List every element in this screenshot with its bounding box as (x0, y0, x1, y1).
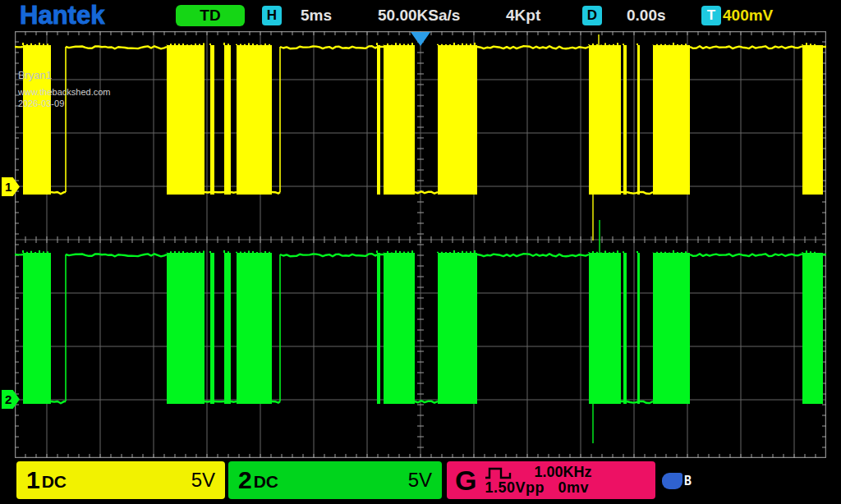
signal-generator-box[interactable]: G 1.00KHz 1.50Vpp 0mv (447, 461, 655, 499)
waveform-display: Bryan1 www.thebackshed.com 2026-03-09 (15, 31, 826, 458)
channel1-volts-div: 5V (191, 469, 215, 492)
horizontal-timebase-icon[interactable]: H (262, 6, 282, 25)
top-status-bar: Hantek TD H 5ms 50.00KSa/s 4Kpt D 0.00s … (0, 0, 841, 31)
hantek-logo: Hantek (20, 1, 104, 30)
square-wave-icon (485, 466, 512, 479)
usb-device-icon (662, 473, 682, 489)
overlay-website: www.thebackshed.com (18, 87, 111, 97)
trigger-icon[interactable]: T (701, 6, 721, 25)
trigger-status-badge[interactable]: TD (176, 5, 245, 26)
channel2-settings-box[interactable]: 2 DC 5V (228, 461, 442, 499)
timebase-readout: 5ms (301, 7, 332, 25)
generator-label: G (455, 465, 476, 497)
delay-icon[interactable]: D (582, 6, 602, 25)
channel2-number: 2 (238, 466, 252, 494)
overlay-username: Bryan1 (18, 69, 111, 81)
overlay-date: 2026-03-09 (18, 99, 111, 108)
channel1-settings-box[interactable]: 1 DC 5V (16, 461, 225, 499)
channel1-coupling: DC (42, 472, 67, 492)
memory-depth-readout: 4Kpt (506, 7, 540, 25)
generator-frequency: 1.00KHz (534, 465, 591, 480)
channel1-number: 1 (26, 466, 40, 494)
generator-offset: 0mv (558, 479, 590, 496)
bottom-status-bar: 1 DC 5V 2 DC 5V G 1.00KHz 1.50Vpp (0, 461, 841, 499)
channel2-volts-div: 5V (408, 469, 432, 492)
usb-device-label: B (684, 474, 692, 488)
user-overlay-text: Bryan1 www.thebackshed.com 2026-03-09 (18, 69, 111, 108)
waveform-traces (15, 31, 826, 458)
generator-amplitude: 1.50Vpp (485, 479, 545, 496)
horizontal-delay-readout: 0.00s (627, 7, 666, 25)
sample-rate-readout: 50.00KSa/s (378, 7, 460, 25)
oscilloscope-screen: Hantek TD H 5ms 50.00KSa/s 4Kpt D 0.00s … (0, 0, 841, 504)
channel2-coupling: DC (254, 472, 278, 492)
trigger-level-readout: 400mV (723, 7, 773, 25)
